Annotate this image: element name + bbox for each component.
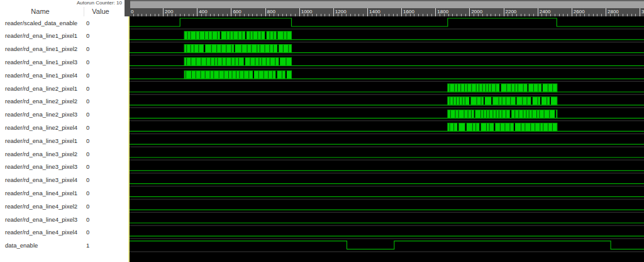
ruler-major-tick <box>401 8 402 16</box>
signal-row[interactable]: reader/rd_ena_line2_pixel20 <box>0 94 128 108</box>
ruler-major-tick <box>469 8 470 16</box>
time-cursor[interactable] <box>128 16 130 262</box>
scrollbar-corner <box>125 0 130 16</box>
signal-name: reader/rd_ena_line3_pixel1 <box>5 134 77 147</box>
signal-name: reader/rd_ena_line4_pixel1 <box>5 186 77 200</box>
signal-row[interactable]: reader/rd_ena_line1_pixel20 <box>0 42 128 55</box>
signal-name: reader/rd_ena_line4_pixel3 <box>5 213 77 226</box>
signal-value: 0 <box>86 42 89 55</box>
signal-row[interactable]: reader/rd_ena_line4_pixel30 <box>0 213 128 226</box>
name-column-header[interactable]: Name <box>23 7 58 16</box>
signal-name: reader/rd_ena_line2_pixel4 <box>5 121 77 134</box>
signal-name: reader/rd_ena_line3_pixel2 <box>5 147 77 161</box>
signal-name: reader/rd_ena_line1_pixel4 <box>5 69 77 82</box>
signal-value: 0 <box>86 55 89 69</box>
signal-row[interactable]: reader/rd_ena_line3_pixel30 <box>0 160 128 173</box>
signal-value: 0 <box>86 147 89 161</box>
ruler-major-tick <box>163 8 164 16</box>
ruler-tick-label: 1800 <box>437 9 448 14</box>
ruler-major-tick <box>572 8 572 16</box>
ruler-major-tick <box>197 8 197 16</box>
signal-name: reader/rd_ena_line2_pixel1 <box>5 82 77 95</box>
signal-name: reader/scaled_data_enable <box>5 16 77 30</box>
signal-value: 0 <box>86 213 89 226</box>
waveform-svg <box>128 16 644 262</box>
signal-row[interactable]: reader/rd_ena_line1_pixel30 <box>0 55 128 69</box>
signal-list-panel: Autorun Counter: 10 Name Value reader/sc… <box>0 0 128 262</box>
ruler-tick-label: 600 <box>233 9 241 14</box>
signal-name: reader/rd_ena_line3_pixel3 <box>5 160 77 173</box>
signal-value: 0 <box>86 134 89 147</box>
signal-value: 0 <box>86 225 89 239</box>
ruler-tick-label: 1600 <box>403 9 414 14</box>
ruler-major-tick <box>231 8 231 16</box>
ruler-major-tick <box>606 8 606 16</box>
ruler-tick-label: 1000 <box>301 9 313 14</box>
signal-value: 0 <box>86 186 89 200</box>
signal-value: 0 <box>86 121 89 134</box>
signal-row[interactable]: reader/rd_ena_line1_pixel40 <box>0 69 128 82</box>
signal-name: reader/rd_ena_line1_pixel1 <box>5 29 77 42</box>
ruler-major-tick <box>435 8 436 16</box>
signal-name: data_enable <box>5 239 38 252</box>
signal-row[interactable]: data_enable1 <box>0 239 128 252</box>
signal-value: 0 <box>86 16 89 30</box>
signal-value: 0 <box>86 173 89 186</box>
waveform-area[interactable] <box>128 16 644 262</box>
signal-row[interactable]: reader/scaled_data_enable0 <box>0 16 128 30</box>
ruler-major-tick <box>333 8 334 16</box>
ruler-major-tick <box>265 8 266 16</box>
signal-value: 0 <box>86 29 89 42</box>
signal-name: reader/rd_ena_line4_pixel4 <box>5 225 77 239</box>
signal-row[interactable]: reader/rd_ena_line2_pixel30 <box>0 108 128 121</box>
ruler-tick-label: 0 <box>131 9 133 14</box>
column-divider <box>84 7 84 16</box>
signal-row[interactable]: reader/rd_ena_line4_pixel10 <box>0 186 128 200</box>
signal-row[interactable]: reader/rd_ena_line4_pixel40 <box>0 225 128 239</box>
signal-name: reader/rd_ena_line1_pixel3 <box>5 55 77 69</box>
signal-name: reader/rd_ena_line3_pixel4 <box>5 173 77 186</box>
signal-value: 0 <box>86 160 89 173</box>
signal-name: reader/rd_ena_line2_pixel2 <box>5 94 77 108</box>
ruler-major-tick <box>299 8 300 16</box>
signal-row[interactable]: reader/rd_ena_line4_pixel20 <box>0 200 128 213</box>
ruler-tick-label: 2200 <box>506 9 517 14</box>
ruler-tick-label: 800 <box>267 9 275 14</box>
horizontal-scrollbar[interactable] <box>128 0 644 8</box>
signal-value: 1 <box>86 239 89 252</box>
ruler-tick-label: 3000 <box>641 9 644 14</box>
value-column-header[interactable]: Value <box>86 7 116 16</box>
signal-value: 0 <box>86 94 89 108</box>
time-ruler[interactable]: 0200400600800100012001400160018002000220… <box>128 8 644 16</box>
ruler-tick-label: 200 <box>165 9 173 14</box>
ruler-major-tick <box>367 8 368 16</box>
signal-row[interactable]: reader/rd_ena_line1_pixel10 <box>0 29 128 42</box>
ruler-tick-label: 2600 <box>574 9 585 14</box>
signal-row[interactable]: reader/rd_ena_line2_pixel40 <box>0 121 128 134</box>
ruler-tick-label: 1400 <box>369 9 380 14</box>
signal-value: 0 <box>86 200 89 213</box>
signal-row[interactable]: reader/rd_ena_line3_pixel10 <box>0 134 128 147</box>
ruler-major-tick <box>640 8 640 16</box>
signal-row[interactable]: reader/rd_ena_line3_pixel40 <box>0 173 128 186</box>
ruler-major-tick <box>504 8 504 16</box>
signal-value: 0 <box>86 82 89 95</box>
signal-row[interactable]: reader/rd_ena_line2_pixel10 <box>0 82 128 95</box>
signal-name: reader/rd_ena_line2_pixel3 <box>5 108 77 121</box>
ruler-tick-label: 2400 <box>540 9 551 14</box>
signal-value: 0 <box>86 69 89 82</box>
autorun-counter-label: Autorun Counter: 10 <box>0 0 122 6</box>
signal-value: 0 <box>86 108 89 121</box>
signal-name: reader/rd_ena_line4_pixel2 <box>5 200 77 213</box>
signal-name: reader/rd_ena_line1_pixel2 <box>5 42 77 55</box>
ruler-tick-label: 2000 <box>471 9 482 14</box>
waveform-panel: 0200400600800100012001400160018002000220… <box>128 0 644 262</box>
ruler-tick-label: 1200 <box>335 9 347 14</box>
ruler-tick-label: 2800 <box>608 9 619 14</box>
signal-row[interactable]: reader/rd_ena_line3_pixel20 <box>0 147 128 161</box>
waveform-viewer-window: Autorun Counter: 10 Name Value reader/sc… <box>0 0 644 262</box>
ruler-major-tick <box>538 8 538 16</box>
ruler-tick-label: 400 <box>199 9 207 14</box>
